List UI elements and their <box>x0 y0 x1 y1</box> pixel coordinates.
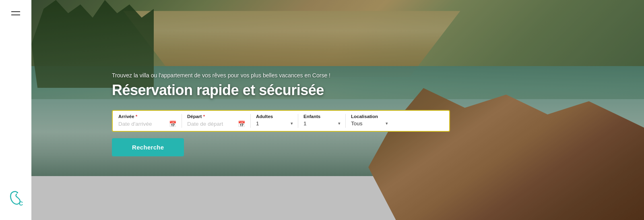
hero-content: Trouvez la villa ou l'appartement de vos… <box>31 0 644 220</box>
location-chevron-icon: ▾ <box>386 121 388 126</box>
departure-calendar-icon: 📅 <box>238 120 246 128</box>
departure-required: * <box>202 114 205 119</box>
search-form: Arrivée * 📅 Départ * <box>112 110 450 156</box>
location-field: Localisation Tous Nord Sud Est Ouest Cen… <box>345 111 393 131</box>
hero-title: Réservation rapide et sécurisée <box>112 82 644 99</box>
children-field: Enfants 0 1 2 3 4 ▾ <box>298 111 345 131</box>
search-fields-container: Arrivée * 📅 Départ * <box>112 110 450 132</box>
departure-field: Départ * 📅 <box>182 111 250 131</box>
location-select[interactable]: Tous Nord Sud Est Ouest Centre <box>351 120 383 127</box>
hero-section: Trouvez la villa ou l'appartement de vos… <box>31 0 644 220</box>
children-label: Enfants <box>303 114 341 119</box>
search-button[interactable]: Recherche <box>112 138 184 156</box>
arrival-field: Arrivée * 📅 <box>113 111 182 131</box>
departure-label: Départ * <box>187 114 246 119</box>
adults-field: Adultes 1 2 3 4 5 6 ▾ <box>250 111 298 131</box>
arrival-required: * <box>134 114 138 119</box>
hero-subtitle: Trouvez la villa ou l'appartement de vos… <box>112 72 644 79</box>
departure-input[interactable] <box>187 121 235 127</box>
children-chevron-icon: ▾ <box>338 121 341 126</box>
svg-point-0 <box>17 192 18 193</box>
children-input-wrapper: 0 1 2 3 4 ▾ <box>303 120 341 127</box>
departure-input-wrapper: 📅 <box>187 120 246 128</box>
logo: C <box>8 189 24 208</box>
sidebar: C <box>0 0 31 220</box>
hamburger-menu[interactable] <box>8 8 23 19</box>
arrival-label: Arrivée * <box>118 114 177 119</box>
adults-label: Adultes <box>256 114 293 119</box>
location-input-wrapper: Tous Nord Sud Est Ouest Centre ▾ <box>351 120 388 127</box>
adults-select[interactable]: 1 2 3 4 5 6 <box>256 120 288 127</box>
arrival-input-wrapper: 📅 <box>118 120 177 128</box>
children-select[interactable]: 0 1 2 3 4 <box>303 120 336 127</box>
adults-input-wrapper: 1 2 3 4 5 6 ▾ <box>256 120 293 127</box>
arrival-input[interactable] <box>118 121 167 127</box>
adults-chevron-icon: ▾ <box>291 121 293 126</box>
location-label: Localisation <box>351 114 388 119</box>
svg-text:C: C <box>19 200 23 206</box>
arrival-calendar-icon: 📅 <box>169 120 177 128</box>
